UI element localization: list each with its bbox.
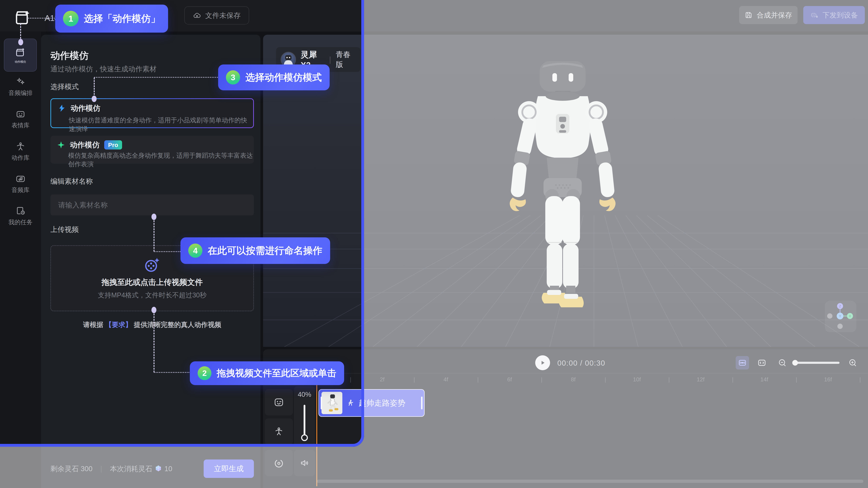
mode-title: 动作模仿: [70, 140, 100, 150]
mode-desc: 模仿复杂高精度高动态全身动作复现，适用于舞蹈功夫等丰富表达创作表演: [68, 151, 254, 169]
clip-right-handle[interactable]: [421, 397, 423, 409]
material-name-input[interactable]: [51, 195, 254, 216]
ruler-tick: [541, 377, 542, 382]
step-number-badge: 1: [63, 11, 79, 26]
timeline-horizontal-scrollbar[interactable]: [317, 480, 863, 483]
ruler-tick: [796, 377, 797, 382]
connector-line: [20, 23, 21, 41]
lightning-icon: [58, 104, 66, 113]
fit-clip-icon: [738, 358, 747, 367]
ruler-label: 6f: [507, 376, 512, 383]
sidebar-item-expression-library[interactable]: 表情库: [0, 109, 41, 130]
step-text: 在此可以按需进行命名操作: [208, 244, 322, 257]
gem-icon: [154, 465, 162, 472]
footer-divider: |: [100, 465, 102, 473]
mode-card-pro[interactable]: 动作模仿 Pro 模仿复杂高精度高动态全身动作复现，适用于舞蹈功夫等丰富表达创作…: [51, 136, 254, 164]
floppy-icon: [745, 11, 752, 19]
intensity-value: 40%: [294, 391, 315, 398]
step-number-badge: 2: [198, 366, 211, 380]
intensity-slider-track[interactable]: [304, 405, 305, 438]
ruler-label: 12f: [697, 376, 705, 383]
requirement-link[interactable]: 【要求】: [105, 321, 132, 328]
star-sparkle-icon: [57, 141, 65, 149]
deploy-to-device-button[interactable]: 下发到设备: [803, 6, 865, 24]
ruler-label: 14f: [761, 376, 768, 383]
zoom-out-icon: [778, 358, 787, 367]
connector-line: [154, 251, 181, 252]
chip-divider: |: [329, 55, 331, 64]
robot-edition-badge: 青春版: [336, 50, 356, 69]
ruler-tick: [733, 377, 733, 382]
task-list-icon: [16, 206, 26, 216]
generate-button[interactable]: 立即生成: [204, 459, 254, 478]
volume-button[interactable]: [294, 450, 315, 476]
generate-footer: 剩余灵石 300 | 本次消耗灵石 10 立即生成: [51, 459, 254, 478]
note-suffix: 提供清晰完整的真人动作视频: [134, 321, 221, 328]
timeline-panel: [263, 349, 868, 488]
dial-icon: [274, 458, 284, 468]
cloud-x-icon: [193, 11, 201, 20]
timeline-zoom-slider[interactable]: [793, 362, 839, 364]
tutorial-step-1: 1 选择「动作模仿」: [55, 5, 168, 33]
ruler-label: 16f: [824, 376, 832, 383]
sidebar-item-my-tasks[interactable]: 我的任务: [0, 206, 41, 226]
motion-clip[interactable]: 超帅走路姿势: [318, 389, 425, 417]
time-display: 00:00 / 00:30: [557, 359, 605, 367]
panel-subtitle: 通过动作模仿，快速生成动作素材: [51, 64, 157, 74]
ruler-tick: [414, 377, 414, 382]
tutorial-step-3: 3 选择动作模仿模式: [218, 64, 330, 90]
mode-title: 动作模仿: [71, 103, 100, 113]
sidebar-item-motion-library[interactable]: 动作库: [0, 141, 41, 162]
intensity-slider-handle[interactable]: [301, 434, 308, 441]
pro-badge: Pro: [104, 140, 122, 149]
clip-name: 超帅走路姿势: [359, 398, 405, 408]
upload-subtitle: 支持MP4格式，文件时长不超过30秒: [98, 291, 207, 300]
music-library-icon: [16, 174, 26, 184]
axis-gizmo-icon: Z Y X: [825, 301, 856, 332]
connector-line: [27, 18, 55, 19]
ruler-label: 4f: [443, 376, 448, 383]
save-button[interactable]: 合成并保存: [739, 6, 798, 24]
humanoid-robot: [494, 61, 632, 316]
zoom-in-button[interactable]: [846, 356, 860, 370]
robot-face-icon: [16, 109, 26, 119]
ruler-label: 10f: [633, 376, 641, 383]
connector-dot: [151, 307, 156, 313]
connector-line: [94, 77, 218, 78]
audio-track-button[interactable]: [265, 450, 293, 476]
expression-track-button[interactable]: [265, 389, 293, 415]
connector-line: [154, 314, 154, 372]
sidebar-item-audio-library[interactable]: 音频库: [0, 174, 41, 194]
ruler-label: 8f: [571, 376, 576, 383]
ruler-label: 2f: [380, 376, 385, 383]
tutorial-step-2: 2 拖拽视频文件至此区域或单击: [190, 361, 344, 385]
zoom-slider-handle[interactable]: [792, 360, 798, 366]
mode-card-standard[interactable]: 动作模仿 快速模仿普通难度的全身动作，适用于小品戏剧等简单动作的快速演绎: [51, 98, 254, 128]
sidebar-item-audio-arrange[interactable]: 音频编排: [0, 77, 41, 97]
robot-download-icon: [810, 11, 818, 19]
step-text: 选择「动作模仿」: [84, 12, 160, 25]
step-number-badge: 3: [226, 70, 240, 85]
timeline-divider: [263, 373, 868, 374]
sidebar-item-label: 音频编排: [8, 89, 33, 97]
timeline-playhead[interactable]: [316, 374, 317, 486]
connector-line: [154, 220, 154, 252]
cost-gems-label: 本次消耗灵石: [110, 464, 152, 473]
motion-track-button[interactable]: [265, 419, 293, 444]
axis-z-label: Z: [839, 304, 841, 308]
connector-dot: [18, 39, 23, 45]
cost-gems-value: 10: [164, 465, 172, 473]
step-number-badge: 4: [188, 243, 203, 258]
clip-left-handle[interactable]: [320, 397, 322, 409]
person-icon: [16, 141, 26, 152]
save-label: 合成并保存: [757, 10, 792, 20]
file-unsaved-status[interactable]: 文件未保存: [184, 6, 249, 24]
expand-horizontal-button[interactable]: [755, 356, 769, 370]
step-text: 选择动作模仿模式: [245, 71, 322, 84]
play-button[interactable]: [535, 355, 550, 370]
play-icon: [539, 360, 546, 366]
auto-fit-toggle[interactable]: [736, 356, 749, 370]
sidebar-item-label: 我的任务: [8, 218, 33, 226]
zoom-out-button[interactable]: [776, 356, 789, 370]
sidebar: [0, 31, 41, 488]
